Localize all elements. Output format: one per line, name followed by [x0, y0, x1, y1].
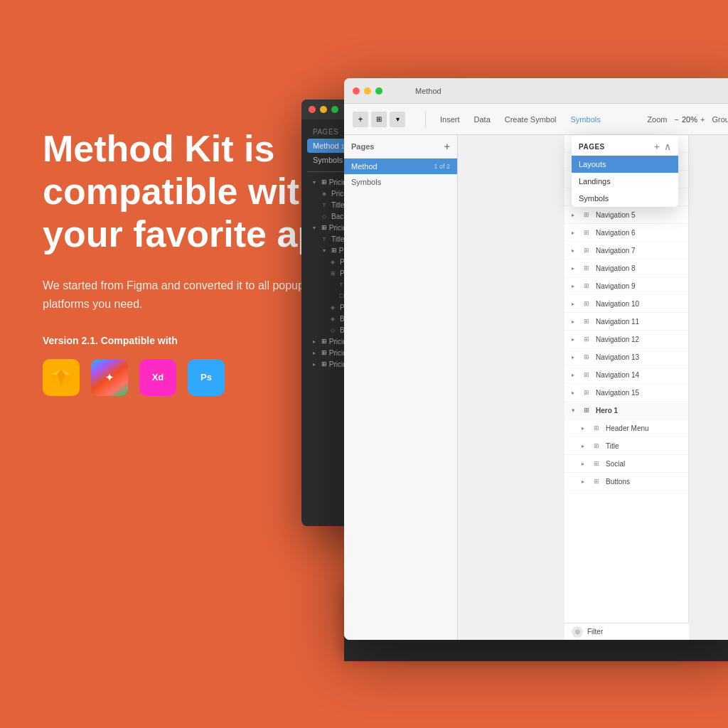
nav-item-7[interactable]: ▸ ⊞ Navigation 7 [564, 242, 688, 259]
expand-icon: ▸ [572, 354, 582, 360]
filter-label[interactable]: Filter [587, 628, 603, 636]
toolbar-grid-button[interactable]: ⊞ [371, 112, 387, 127]
expand-icon: ▸ [310, 337, 318, 346]
expand-icon: ▾ [310, 178, 318, 186]
nav-item-14[interactable]: ▸ ⊞ Navigation 14 [564, 366, 688, 384]
nav-item-8[interactable]: ▸ ⊞ Navigation 8 [564, 259, 688, 277]
toolbar-dropdown-button[interactable]: ▾ [390, 112, 405, 127]
toolbar-symbols[interactable]: Symbols [571, 115, 601, 124]
hero-header-menu[interactable]: ▸ ⊞ Header Menu [564, 419, 688, 437]
nav-group-icon: ⊞ [582, 387, 592, 397]
item-icon: ⊞ [328, 269, 337, 277]
pages-popup-landings[interactable]: Landings [572, 173, 678, 190]
item-icon: ◈ [328, 257, 337, 266]
pages-popup-layouts[interactable]: Layouts [572, 156, 678, 173]
toolbar-zoom[interactable]: Zoom [647, 115, 667, 124]
nav-item-10[interactable]: ▸ ⊞ Navigation 10 [564, 295, 688, 313]
symbols-label: Symbols [571, 115, 601, 124]
hero-group-icon: ⊞ [582, 405, 592, 415]
data-label: Data [474, 115, 491, 124]
item-icon: ◇ [328, 326, 337, 334]
main-window-title: Method [415, 87, 441, 95]
page-item-method[interactable]: Method 1 of 2 [344, 159, 457, 174]
sub-group-icon: ⊞ [592, 476, 601, 486]
nav-item-13-label: Navigation 13 [596, 353, 639, 361]
item-icon: T [320, 235, 328, 243]
hero-title[interactable]: ▸ ⊞ Title [564, 437, 688, 455]
expand-icon: ▸ [582, 478, 592, 485]
nav-item-13[interactable]: ▸ ⊞ Navigation 13 [564, 348, 688, 366]
xd-label: Xd [152, 372, 164, 382]
nav-item-5[interactable]: ▸ ⊞ Navigation 5 [564, 206, 688, 224]
hero-social-label: Social [606, 460, 625, 468]
nav-group-icon: ⊞ [582, 334, 592, 344]
hero-social[interactable]: ▸ ⊞ Social [564, 455, 688, 473]
nav-item-10-label: Navigation 10 [596, 300, 639, 308]
xd-app-icon[interactable]: Xd [139, 359, 176, 396]
zoom-label: Zoom [647, 115, 667, 124]
expand-icon: ▸ [572, 301, 582, 307]
expand-icon: ▸ [572, 318, 582, 325]
maximize-button[interactable] [331, 106, 338, 113]
zoom-percentage: 20% [682, 115, 697, 124]
filter-icon: ◎ [575, 628, 580, 635]
nav-item-15-label: Navigation 15 [596, 389, 639, 397]
main-toolbar: + ⊞ ▾ Insert Data Create Symbol Symbols … [344, 104, 728, 135]
pages-popup-controls: + ∧ [654, 141, 671, 152]
figma-app-icon[interactable]: ✦ [91, 359, 128, 396]
hero-group-header[interactable]: ▾ ⊞ Hero 1 [564, 402, 688, 419]
hero-title-label: Title [606, 442, 619, 450]
nav-item-9[interactable]: ▸ ⊞ Navigation 9 [564, 277, 688, 295]
expand-icon: ▾ [320, 246, 328, 255]
main-titlebar: Method [344, 78, 728, 104]
add-page-button[interactable]: + [444, 141, 450, 152]
main-maximize-button[interactable] [375, 87, 382, 95]
nav-item-7-label: Navigation 7 [596, 247, 636, 255]
nav-group-icon: ⊞ [582, 281, 592, 291]
main-minimize-button[interactable] [364, 87, 371, 95]
nav-item-11-label: Navigation 11 [596, 318, 639, 326]
hero-buttons[interactable]: ▸ ⊞ Buttons [564, 473, 688, 491]
nav-group-icon: ⊞ [582, 352, 592, 362]
nav-item-15[interactable]: ▸ ⊞ Navigation 15 [564, 384, 688, 402]
nav-group-icon: ⊞ [582, 263, 592, 273]
zoom-minus[interactable]: − [675, 115, 679, 124]
nav-item-5-label: Navigation 5 [596, 211, 636, 219]
item-icon: T [320, 200, 328, 209]
expand-icon: ▸ [572, 372, 582, 378]
toolbar-group[interactable]: Group [712, 115, 728, 124]
pages-popup-toggle[interactable]: ∧ [664, 141, 671, 152]
minimize-button[interactable] [320, 106, 327, 113]
pages-popup-symbols[interactable]: Symbols [572, 190, 678, 207]
nav-item-9-label: Navigation 9 [596, 282, 636, 290]
expand-icon: ▾ [572, 407, 582, 414]
nav-item-6-label: Navigation 6 [596, 229, 636, 237]
zoom-plus[interactable]: + [700, 115, 705, 124]
toolbar-create-symbol[interactable]: Create Symbol [505, 115, 557, 124]
expand-icon: ▸ [572, 390, 582, 396]
toolbar-data[interactable]: Data [474, 115, 491, 124]
toolbar-add-button[interactable]: + [353, 112, 368, 127]
ps-app-icon[interactable]: Ps [188, 359, 225, 396]
pages-popup-add[interactable]: + [654, 141, 660, 152]
sketch-icon[interactable] [43, 359, 80, 396]
page-badge: 1 of 2 [434, 163, 450, 170]
page-item-symbols[interactable]: Symbols [344, 174, 457, 190]
pages-popup: PAGES + ∧ Layouts Landings Symbols [572, 135, 678, 207]
toolbar-right: Zoom − 20% + Group [647, 115, 728, 124]
expand-icon: ▸ [572, 247, 582, 254]
sub-group-icon: ⊞ [592, 423, 601, 433]
main-close-button[interactable] [353, 87, 360, 95]
nav-item-6[interactable]: ▸ ⊞ Navigation 6 [564, 224, 688, 242]
nav-item-11[interactable]: ▸ ⊞ Navigation 11 [564, 313, 688, 331]
toolbar-insert[interactable]: Insert [440, 115, 460, 124]
close-button[interactable] [309, 106, 316, 113]
create-symbol-label: Create Symbol [505, 115, 557, 124]
main-window: Method + ⊞ ▾ Insert Data Create Symbol S… [344, 78, 728, 640]
main-body: Pages + Method 1 of 2 Symbols PAGES + [344, 135, 728, 640]
toolbar-sep1 [425, 111, 426, 128]
group-label: Group [712, 115, 728, 124]
header-menu-label: Header Menu [606, 424, 649, 432]
nav-item-12[interactable]: ▸ ⊞ Navigation 12 [564, 331, 688, 348]
window-content-row: PAGES + ∧ Layouts Landings Symbols ▸ ⊞ [458, 135, 728, 640]
